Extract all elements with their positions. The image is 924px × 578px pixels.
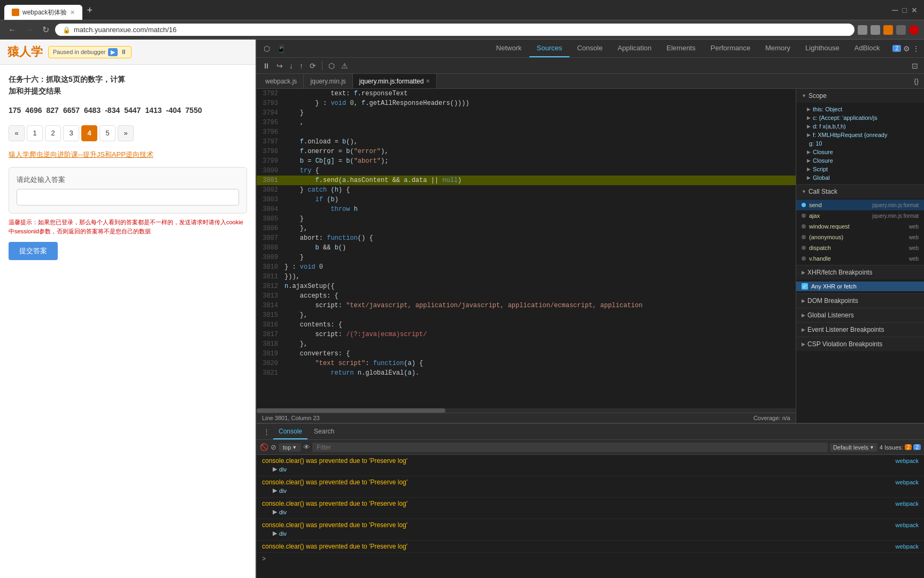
debug-pause-icon[interactable]: ⏸ xyxy=(120,48,127,56)
tab-network[interactable]: Network xyxy=(489,40,529,57)
scope-item-closure1[interactable]: ▶ Closure xyxy=(796,148,924,156)
file-tab-jquery[interactable]: jquery.min.js xyxy=(304,74,352,88)
new-tab-btn[interactable]: + xyxy=(82,3,97,17)
reload-button[interactable]: ↻ xyxy=(40,24,52,36)
scope-item-script[interactable]: ▶ Script xyxy=(796,165,924,173)
scope-item-g[interactable]: g: 10 xyxy=(796,139,924,148)
file-tab-jquery-formatted[interactable]: jquery.min.js:formatted ✕ xyxy=(353,74,437,88)
call-stack-header[interactable]: ▼ Call Stack xyxy=(796,185,924,199)
tab-lighthouse[interactable]: Lighthouse xyxy=(798,40,847,57)
course-link[interactable]: 猿人学爬虫逆向进阶课--提升JS和APP逆向技术 xyxy=(9,150,247,159)
win-close[interactable]: ✕ xyxy=(911,6,918,14)
sources-step-btn[interactable]: ⟳ xyxy=(307,60,319,71)
console-div-4[interactable]: ▶ div xyxy=(262,529,919,538)
sources-step-out-btn[interactable]: ↑ xyxy=(297,60,306,71)
answer-input[interactable] xyxy=(17,189,239,206)
call-stack-arrow-icon: ▼ xyxy=(802,189,806,194)
global-listeners-header[interactable]: ▶ Global Listeners xyxy=(796,308,924,322)
tab-application[interactable]: Application xyxy=(610,40,659,57)
console-tab-search[interactable]: Search xyxy=(309,424,340,439)
console-clear-btn[interactable]: 🚫 xyxy=(260,443,268,451)
sources-deactivate-btn[interactable]: ⬡ xyxy=(326,60,337,71)
submit-button[interactable]: 提交答案 xyxy=(9,242,58,260)
tab-close-icon[interactable]: ✕ xyxy=(70,9,75,16)
devtools-settings-btn[interactable]: ⚙ xyxy=(903,44,910,53)
call-stack-item-vhandle[interactable]: v.handle web xyxy=(796,253,924,264)
scope-item-this[interactable]: ▶ this: Object xyxy=(796,105,924,113)
sources-pause-btn[interactable]: ⏸ xyxy=(260,60,273,71)
call-stack-item-dispatch[interactable]: dispatch web xyxy=(796,242,924,253)
sources-toggle-drawer[interactable]: ⊡ xyxy=(909,60,921,71)
back-button[interactable]: ← xyxy=(5,24,19,36)
console-panel-menu[interactable]: ⋮ xyxy=(261,427,272,437)
code-line-3801: 3801 f.send(a.hasContent && a.data || nu… xyxy=(257,176,796,185)
scope-item-f[interactable]: ▶ f: XMLHttpRequest {onready xyxy=(796,131,924,139)
page-3-btn[interactable]: 3 xyxy=(63,125,79,141)
code-content[interactable]: 3792 text: f.responseText 3793 } : void … xyxy=(257,89,796,408)
xhr-breakpoints-header[interactable]: ▶ XHR/fetch Breakpoints xyxy=(796,265,924,279)
file-tab-close-icon[interactable]: ✕ xyxy=(426,78,430,84)
sources-pause-exceptions-btn[interactable]: ⚠ xyxy=(338,60,351,71)
right-debug-panel: ▼ Scope ▶ this: Object ▶ c: {Accept: 'ap… xyxy=(796,89,924,423)
console-div-2[interactable]: ▶ div xyxy=(262,486,919,495)
browser-chrome: webpack初体验 ✕ + ─ □ ✕ xyxy=(0,0,924,20)
console-eye-btn[interactable]: 👁 xyxy=(303,443,310,451)
page-4-btn[interactable]: 4 xyxy=(81,125,97,141)
console-tab-console[interactable]: Console xyxy=(273,424,307,439)
console-source-4[interactable]: webpack xyxy=(896,522,919,528)
num-9: -404 xyxy=(166,106,181,115)
call-stack-item-anon[interactable]: (anonymous) web xyxy=(796,232,924,242)
csp-breakpoints-header[interactable]: ▶ CSP Violation Breakpoints xyxy=(796,337,924,351)
call-stack-item-ajax[interactable]: ajax jquery.min.js:format xyxy=(796,210,924,221)
console-source-3[interactable]: webpack xyxy=(896,500,919,507)
active-tab[interactable]: webpack初体验 ✕ xyxy=(4,5,82,20)
sources-step-into-btn[interactable]: ↓ xyxy=(287,60,296,71)
address-input[interactable] xyxy=(74,26,847,34)
event-listener-header[interactable]: ▶ Event Listener Breakpoints xyxy=(796,323,924,337)
win-minimize[interactable]: ─ xyxy=(892,5,898,15)
devtools-inspect-btn[interactable]: ⬡ xyxy=(261,43,273,55)
forward-button[interactable]: → xyxy=(22,24,36,36)
page-2-btn[interactable]: 2 xyxy=(45,125,61,141)
page-1-btn[interactable]: 1 xyxy=(27,125,43,141)
next-page-btn[interactable]: » xyxy=(118,125,134,141)
scope-item-d[interactable]: ▶ d: f x(a,b,f,h) xyxy=(796,122,924,131)
console-preserve-log-btn[interactable]: ⊘ xyxy=(271,443,276,451)
tab-adblock[interactable]: AdBlock xyxy=(847,40,888,57)
scope-item-closure2[interactable]: ▶ Closure xyxy=(796,156,924,165)
sources-step-over-btn[interactable]: ↪ xyxy=(274,60,286,71)
code-scrollbar-h[interactable] xyxy=(257,408,796,413)
tab-memory[interactable]: Memory xyxy=(758,40,798,57)
tab-sources[interactable]: Sources xyxy=(529,40,570,57)
devtools-device-btn[interactable]: 📱 xyxy=(274,43,288,55)
console-top-selector[interactable]: top ▼ xyxy=(279,443,301,452)
xhr-checkbox-any[interactable]: ✓ xyxy=(802,283,808,290)
page-5-btn[interactable]: 5 xyxy=(99,125,116,141)
console-input[interactable] xyxy=(269,555,919,562)
line-num: 3793 xyxy=(257,98,282,108)
tab-performance[interactable]: Performance xyxy=(703,40,758,57)
win-maximize[interactable]: □ xyxy=(903,6,907,14)
scope-item-c[interactable]: ▶ c: {Accept: 'application/js xyxy=(796,113,924,122)
console-level-selector[interactable]: Default levels ▼ xyxy=(830,443,877,452)
console-source-2[interactable]: webpack xyxy=(896,479,919,485)
format-btn[interactable]: {} xyxy=(911,76,922,86)
devtools-more-btn[interactable]: ⋮ xyxy=(912,44,920,53)
call-stack-item-send[interactable]: send jquery.min.js:format xyxy=(796,200,924,210)
console-source-5[interactable]: webpack xyxy=(896,543,919,550)
file-tab-webpack[interactable]: webpack.js xyxy=(259,74,304,88)
prev-page-btn[interactable]: « xyxy=(9,125,25,141)
call-stack-item-window-request[interactable]: window.request web xyxy=(796,221,924,232)
tab-elements[interactable]: Elements xyxy=(659,40,703,57)
console-div-3[interactable]: ▶ div xyxy=(262,507,919,516)
console-filter-input[interactable] xyxy=(312,443,828,452)
dom-breakpoints-header[interactable]: ▶ DOM Breakpoints xyxy=(796,294,924,308)
debug-resume-btn[interactable]: ▶ xyxy=(108,48,118,56)
tab-console[interactable]: Console xyxy=(569,40,610,57)
console-source-1[interactable]: webpack xyxy=(896,458,919,464)
scope-item-global[interactable]: ▶ Global xyxy=(796,173,924,182)
code-line-3809: 3809 } xyxy=(257,253,796,262)
console-div-1[interactable]: ▶ div xyxy=(262,465,919,474)
console-messages[interactable]: console.clear() was prevented due to 'Pr… xyxy=(257,455,924,578)
xhr-item-any[interactable]: ✓ Any XHR or fetch xyxy=(796,282,924,291)
